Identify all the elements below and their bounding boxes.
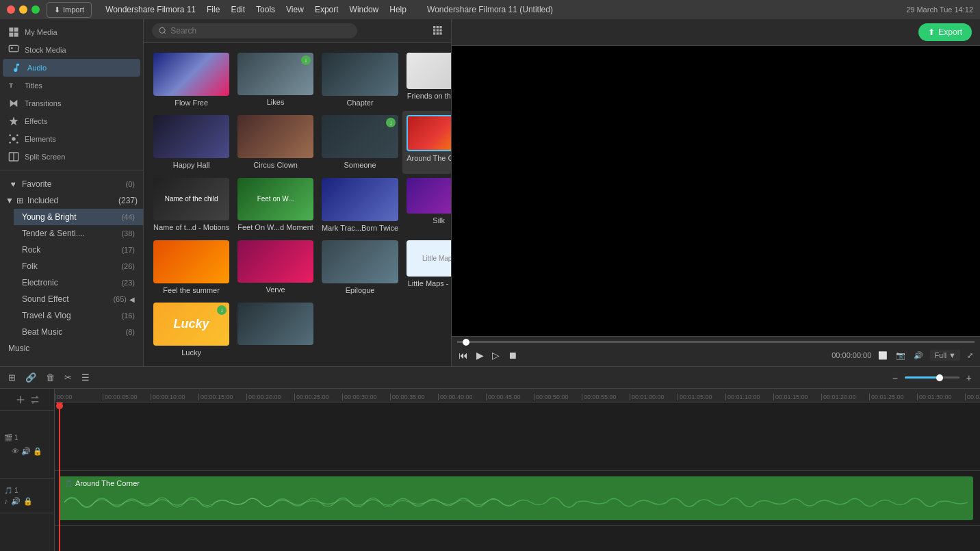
ruler-ticks-container: 00:00 00:00:05:00 00:00:10:00 00:00:15:0… — [55, 389, 980, 402]
tab-elements[interactable]: Elements — [0, 130, 143, 148]
add-track-area[interactable] — [0, 389, 54, 411]
music-thumb-mark — [322, 178, 398, 221]
timeline-link-button[interactable]: 🔗 — [23, 371, 39, 384]
import-icon: ⬇ — [54, 5, 60, 14]
maximize-btn[interactable] — [31, 5, 40, 14]
audio-eye-icon[interactable]: ♪ — [4, 497, 8, 506]
sidebar-item-tender[interactable]: Tender & Senti.... (38) — [14, 225, 143, 242]
quality-selector[interactable]: Full ▼ — [930, 350, 960, 361]
menu-view[interactable]: View — [286, 5, 304, 14]
stop-button[interactable]: ⏹ — [506, 348, 519, 362]
music-item-corner[interactable]: Around The Corner — [402, 111, 451, 173]
tab-effects[interactable]: Effects — [0, 112, 143, 130]
music-item-feet[interactable]: Feet on W... Feet On W...d Moment — [233, 174, 318, 236]
play-clip-button[interactable]: ▷ — [491, 348, 501, 362]
sidebar-section-included[interactable]: ▼ ⊞ Included (237) — [0, 192, 143, 209]
timeline-zoom-out-button[interactable]: − — [890, 371, 901, 385]
import-button[interactable]: ⬇ Import — [47, 2, 92, 18]
menu-window[interactable]: Window — [350, 5, 379, 14]
close-btn[interactable] — [7, 5, 15, 14]
svg-rect-4 — [9, 45, 18, 51]
music-item-epilogue[interactable]: Epilogue — [318, 236, 402, 298]
music-item-happy-hall[interactable]: Happy Hall — [149, 111, 233, 173]
lock-icon[interactable]: 🔒 — [33, 447, 42, 456]
audio-volume-icon[interactable]: 🔊 — [11, 497, 21, 506]
sidebar-item-beat-music[interactable]: Beat Music (8) — [14, 324, 143, 340]
ruler-tick-120: 00:01:20:00 — [821, 394, 869, 400]
preview-fullscreen-button[interactable]: ⤢ — [966, 350, 975, 361]
music-item-little-maps[interactable]: Little Maps Little Maps - Eddie — [402, 236, 451, 298]
music-item-silk[interactable]: Silk — [402, 174, 451, 236]
tab-titles[interactable]: T Titles — [0, 77, 143, 94]
track-label-video-header: 🎬 1 — [4, 434, 50, 441]
sidebar-item-rock[interactable]: Rock (17) — [14, 242, 143, 258]
music-item-name-child[interactable]: Name of the child Name of t...d - Motion… — [149, 174, 233, 236]
svg-point-5 — [11, 47, 13, 49]
timeline-add-track-button[interactable]: ⊞ — [5, 371, 18, 384]
music-item-summer[interactable]: Feel the summer — [149, 236, 233, 298]
menu-tools[interactable]: Tools — [256, 5, 275, 14]
music-item-flow-free[interactable]: Flow Free — [149, 49, 233, 111]
sidebar-item-travel[interactable]: Travel & Vlog (16) — [14, 307, 143, 324]
sidebar-item-music[interactable]: Music — [0, 340, 143, 357]
tab-my-media[interactable]: My Media — [0, 23, 143, 41]
tab-transitions[interactable]: Transitions — [0, 94, 143, 112]
music-item-circus[interactable]: Circus Clown — [233, 111, 318, 173]
music-item-mark[interactable]: Mark Trac...Born Twice — [318, 174, 402, 236]
sidebar-item-favorite[interactable]: ♥ Favorite (0) — [0, 176, 143, 192]
eye-icon[interactable]: 👁 — [12, 447, 19, 456]
svg-rect-0 — [9, 27, 13, 31]
minimize-btn[interactable] — [19, 5, 27, 14]
audio-track-label-icon: 🎵 — [4, 487, 12, 494]
seek-start-button[interactable]: ⏮ — [457, 348, 469, 362]
timeline-zoom-slider[interactable] — [905, 376, 959, 379]
svg-rect-16 — [433, 26, 435, 28]
quality-chevron-icon: ▼ — [949, 351, 956, 359]
music-item-last[interactable] — [233, 298, 318, 361]
music-name-little-maps: Little Maps - Eddie — [407, 279, 451, 287]
music-item-lucky[interactable]: Lucky ↓ Lucky — [149, 298, 233, 361]
menu-file[interactable]: File — [207, 5, 220, 14]
favorite-count: (0) — [126, 180, 135, 188]
track-label-video: 🎬 1 👁 🔊 🔒 — [0, 411, 54, 479]
search-box[interactable] — [152, 23, 357, 38]
music-item-chapter[interactable]: Chapter — [318, 49, 402, 111]
sidebar-item-folk[interactable]: Folk (26) — [14, 258, 143, 274]
ruler-tick-5: 00:00:05:00 — [103, 394, 151, 400]
ruler-tick-50: 00:00:50:00 — [534, 394, 582, 400]
svg-rect-23 — [437, 32, 439, 34]
tab-stock-media[interactable]: Stock Media — [0, 41, 143, 59]
menu-export[interactable]: Export — [315, 5, 339, 14]
music-item-verve[interactable]: Verve — [233, 236, 318, 298]
my-media-icon — [8, 27, 19, 38]
grid-toggle[interactable] — [432, 25, 443, 38]
titlebar: ⬇ Import Wondershare Filmora 11 File Edi… — [0, 0, 980, 19]
timeline-delete-button[interactable]: 🗑 — [43, 371, 57, 384]
audio-track-icon[interactable]: 🔊 — [21, 447, 31, 456]
preview-crop-button[interactable]: ⬜ — [877, 350, 889, 361]
menu-help[interactable]: Help — [389, 5, 407, 14]
sidebar-item-young-bright[interactable]: Young & Bright (44) — [14, 209, 143, 225]
search-input[interactable] — [170, 26, 350, 36]
export-button[interactable]: ⬆ Export — [918, 23, 972, 41]
timeline-zoom-in-button[interactable]: + — [964, 371, 975, 385]
scrubber[interactable] — [457, 341, 975, 343]
menu-edit[interactable]: Edit — [231, 5, 245, 14]
sidebar-item-sound-effect[interactable]: Sound Effect (65) ◀ — [14, 291, 143, 307]
music-item-likes[interactable]: ↓ Likes — [233, 49, 318, 111]
audio-lock-icon[interactable]: 🔒 — [23, 497, 33, 506]
preview-volume-button[interactable]: 🔊 — [912, 350, 925, 361]
music-name-flow-free: Flow Free — [153, 99, 229, 107]
menu-filmora[interactable]: Wondershare Filmora 11 — [105, 5, 196, 14]
tab-split-screen[interactable]: Split Screen — [0, 148, 143, 166]
preview-snapshot-button[interactable]: 📷 — [894, 350, 907, 361]
ruler-tick-55: 00:00:55:00 — [582, 394, 630, 400]
tab-audio[interactable]: Audio — [3, 59, 140, 77]
music-item-friends[interactable]: ↓ Friends on the way — [402, 49, 451, 111]
timeline-cut-button[interactable]: ✂ — [62, 371, 75, 384]
play-button[interactable]: ▶ — [475, 348, 485, 362]
timeline-list-button[interactable]: ☰ — [79, 371, 92, 384]
sidebar-item-electronic[interactable]: Electronic (23) — [14, 274, 143, 291]
music-item-someone[interactable]: ↓ Someone — [318, 111, 402, 173]
audio-clip[interactable]: 🎵 Around The Corner — [59, 476, 973, 520]
